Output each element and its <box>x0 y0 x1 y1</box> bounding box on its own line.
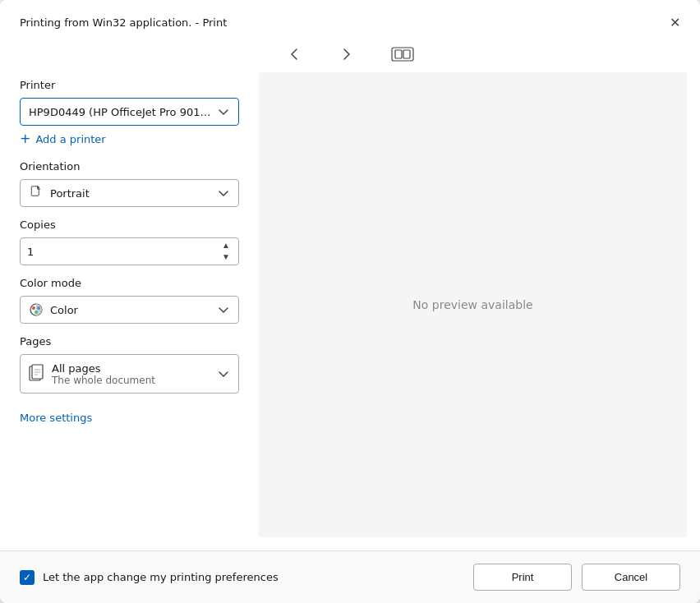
app-change-checkbox[interactable]: ✓ <box>20 570 35 585</box>
dialog-title: Printing from Win32 application. - Print <box>20 16 227 29</box>
svg-rect-2 <box>403 50 410 58</box>
pages-select[interactable]: All pages The whole document <box>20 354 239 394</box>
orientation-value: Portrait <box>50 187 90 200</box>
orientation-select[interactable]: Portrait <box>20 179 239 207</box>
copies-label: Copies <box>20 219 239 231</box>
printer-selected-value: HP9D0449 (HP OfficeJet Pro 9010 se <box>29 106 217 118</box>
copies-spinner-buttons: ▲ ▼ <box>220 240 232 263</box>
copies-section: Copies 1 ▲ ▼ <box>20 219 239 265</box>
color-mode-value: Color <box>50 304 78 316</box>
add-printer-link[interactable]: + Add a printer <box>20 131 239 147</box>
footer-buttons: Print Cancel <box>473 564 680 591</box>
orientation-section: Orientation Portrait <box>20 160 239 207</box>
color-circle-icon <box>29 302 44 317</box>
svg-rect-1 <box>395 50 402 58</box>
more-settings-label: More settings <box>20 412 92 424</box>
pages-main-text: All pages <box>52 362 155 375</box>
footer: ✓ Let the app change my printing prefere… <box>0 550 700 603</box>
color-mode-select[interactable]: Color <box>20 296 239 324</box>
print-button[interactable]: Print <box>473 564 572 591</box>
plus-icon: + <box>20 132 30 145</box>
document-icon <box>29 186 44 200</box>
checkbox-area: ✓ Let the app change my printing prefere… <box>20 570 460 585</box>
pages-chevron-icon <box>217 367 230 380</box>
more-settings-link[interactable]: More settings <box>20 412 92 424</box>
print-dialog: Printing from Win32 application. - Print… <box>0 0 700 603</box>
title-bar: Printing from Win32 application. - Print… <box>0 0 700 41</box>
copies-decrement-button[interactable]: ▼ <box>220 251 232 263</box>
copies-increment-button[interactable]: ▲ <box>220 240 232 251</box>
color-mode-label: Color mode <box>20 277 239 289</box>
cancel-button[interactable]: Cancel <box>582 564 680 591</box>
svg-point-5 <box>32 306 35 310</box>
add-printer-label: Add a printer <box>35 133 105 145</box>
left-panel: Printer HP9D0449 (HP OfficeJet Pro 9010 … <box>0 72 259 550</box>
printer-chevron-icon <box>217 105 230 118</box>
printer-section: Printer HP9D0449 (HP OfficeJet Pro 9010 … <box>20 79 239 147</box>
color-mode-section: Color mode Color <box>20 277 239 324</box>
nav-prev-button[interactable] <box>284 44 304 64</box>
expand-button[interactable] <box>389 45 416 63</box>
copies-spinner: 1 ▲ ▼ <box>20 237 239 265</box>
nav-next-button[interactable] <box>337 44 357 64</box>
nav-row <box>0 41 700 72</box>
checkbox-label: Let the app change my printing preferenc… <box>43 571 279 583</box>
pages-sub-text: The whole document <box>52 375 155 386</box>
main-body: Printer HP9D0449 (HP OfficeJet Pro 9010 … <box>0 72 700 550</box>
svg-point-7 <box>35 311 38 314</box>
printer-select[interactable]: HP9D0449 (HP OfficeJet Pro 9010 se <box>20 98 239 126</box>
close-button[interactable]: ✕ <box>662 10 687 35</box>
printer-label: Printer <box>20 79 239 91</box>
pages-section: Pages All pages The whole document <box>20 335 239 394</box>
svg-point-6 <box>37 306 40 310</box>
preview-panel: No preview available <box>259 72 687 537</box>
color-mode-chevron-icon <box>217 303 230 316</box>
checkmark-icon: ✓ <box>23 572 31 583</box>
orientation-label: Orientation <box>20 160 239 173</box>
pages-label: Pages <box>20 335 239 348</box>
orientation-chevron-icon <box>217 186 230 200</box>
pages-icon <box>29 364 45 384</box>
copies-value: 1 <box>27 246 34 258</box>
no-preview-text: No preview available <box>412 298 532 311</box>
